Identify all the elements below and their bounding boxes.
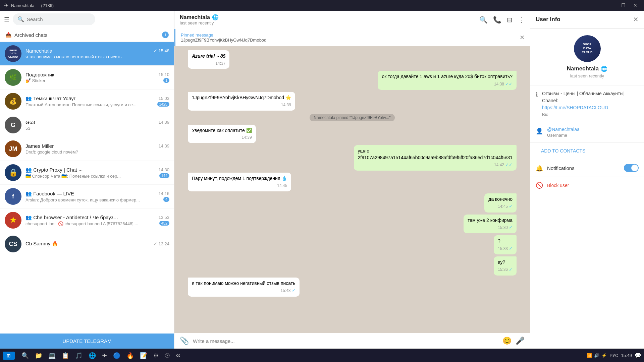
taskbar-lang: РУС [609,353,618,358]
message-6: ушло 2f9107a298497a15144af65b00c9aa9b88a… [354,145,517,171]
message-time: 14:38 [494,81,504,87]
notification-icon: 💬 [635,352,641,359]
taskbar-item-opera[interactable]: 🔥 [124,351,137,361]
chat-name-facebook: 👥 Facebook — LIVE [25,191,74,197]
call-icon[interactable]: 📞 [493,16,501,24]
taskbar-item-editor[interactable]: 📝 [137,351,150,361]
chat-item-facebook[interactable]: f👥 Facebook — LIVE14:16Arslan: Доброго в… [0,185,174,208]
taskbar-item-search[interactable]: 🔍 [19,351,32,361]
taskbar-item-task-manager[interactable]: 💻 [46,351,58,361]
chat-item-crypto[interactable]: 🔒👥 Crypto Proxy | Chat ···14:30🇺🇦 Спонсо… [0,161,174,185]
notifications-section: 🔔 Notifications [530,159,644,177]
taskbar-item-media[interactable]: 🎵 [72,351,85,361]
layout-icon[interactable]: ⊟ [507,16,513,24]
block-user-label: Block user [547,183,569,188]
chat-item-che[interactable]: ★👥 Che browser - Antidetect / Че браузер… [0,208,174,232]
taskbar-item-file-explorer[interactable]: 📁 [32,351,45,361]
emoji-icon[interactable]: 😊 [502,337,512,345]
user-info-avatar-section: SHOPDATACLOUD Namechtala 🌐 last seen rec… [530,28,644,85]
add-contacts-section: ADD TO CONTACTS [530,143,644,159]
search-icon: 🔍 [17,16,24,22]
hamburger-button[interactable]: ☰ [4,16,9,23]
notifications-toggle[interactable] [624,164,639,172]
taskbar-item-icon2[interactable]: ∞ [173,351,183,361]
taskbar-item-settings[interactable]: ⚙ [151,351,161,361]
chat-header-actions: 🔍 📞 ⊟ ⋮ [479,16,525,24]
user-info-name: Namechtala 🌐 [567,65,607,72]
taskbar-item-discord[interactable]: 🔵 [110,351,123,361]
message-5: Уведомите как оплатите ✅14:39 [188,125,256,143]
taskbar-items: 🔍📁💻📋🎵🌐✈🔵🔥📝⚙♾∞ [16,351,585,361]
chat-avatar-namechtala: SHOPDATACLOUD [5,45,21,62]
archived-label: Archived chats [14,32,47,38]
taskbar-item-clipboard[interactable]: 📋 [59,351,72,361]
pinned-text: 1JpugnZf9F9BYohvjKkBHyGwNJq7Dmobod [181,38,266,43]
chat-preview-podorozhnik: 💅 Sticker [25,78,45,83]
bio-link[interactable]: https://t.me/SHOPDATACLOUD [542,105,608,110]
update-telegram-button[interactable]: UPDATE TELEGRAM [0,334,174,349]
user-info-header: User Info ✕ [530,11,644,28]
message-time: 14:39 [281,102,291,108]
chat-item-cbsammy[interactable]: CSCb Sammy 🔥✓ 13:24 [0,232,174,256]
globe-icon: 🌐 [212,14,219,20]
chat-header-name: Namechtala 🌐 [180,14,219,20]
block-user-section[interactable]: 🚫 Block user [530,177,644,194]
messages-container: Azure trial - 8$14:37ок тогда давайте 1 … [174,46,530,333]
user-username-section: 👤 @Namechtalaa Username [530,122,644,143]
chat-badge-temki: 1425 [157,102,169,107]
voice-icon[interactable]: 🎤 [516,337,525,345]
minimize-button[interactable]: — [606,2,616,9]
titlebar-title: Namechtala — (2186) [11,3,606,8]
check-icon: ✓ [509,246,513,252]
more-options-icon[interactable]: ⋮ [518,16,525,24]
chat-avatar-g63: G [5,117,21,133]
chat-badge-che: 452 [159,221,169,226]
bell-icon: 🔔 [536,165,543,172]
message-input[interactable] [193,338,498,344]
sidebar: ☰ 🔍 📥 Archived chats 1 SHOPDATACLOUDName… [0,11,174,349]
chat-item-namechtala[interactable]: SHOPDATACLOUDNamechtala✓ 15:48я так пони… [0,42,174,66]
message-text: да конечно [488,196,513,202]
chat-item-g63[interactable]: GG6314:395$ [0,113,174,137]
user-info-close-button[interactable]: ✕ [633,15,639,23]
chat-item-temki[interactable]: 💰👥 Темки ■ Чат Услуг15:03Платный Автопос… [0,89,174,113]
chat-item-podorozhnik[interactable]: 🌿Подорожник15:10💅 Sticker1 [0,66,174,89]
message-time: 15:48 [281,288,291,294]
chat-time-namechtala: ✓ 15:48 [154,48,169,53]
app-container: ☰ 🔍 📥 Archived chats 1 SHOPDATACLOUDName… [0,11,644,349]
user-info-avatar: SHOPDATACLOUD [574,35,601,62]
maximize-button[interactable]: ❐ [619,2,628,9]
chat-avatar-podorozhnik: 🌿 [5,69,21,86]
battery-icon: ⚡ [601,353,607,358]
chat-badge-crypto: 144 [159,173,169,178]
network-icon: 📶 [587,353,592,358]
message-text: ушло 2f9107a298497a15144af65b00c9aa9b88a… [358,148,513,160]
close-button[interactable]: ✕ [631,2,640,9]
pinned-close-button[interactable]: ✕ [520,34,525,41]
taskbar-item-browser[interactable]: 🌐 [86,351,99,361]
start-button[interactable]: ⊞ [3,352,15,360]
archive-icon: 📥 [5,32,12,38]
add-contacts-button[interactable]: ADD TO CONTACTS [536,145,639,156]
message-time: 15:30 [498,225,508,231]
bio-label: Bio [542,112,639,117]
message-2: ок тогда давайте 1 aws и 1 azure куда 20… [378,71,517,90]
message-text: 1JpugnZf9F9BYohvjKkBHyGwNJq7Dmobod ⭐ [192,95,291,100]
chat-item-james[interactable]: JMJames Miller14:39Draft: google cloud п… [0,137,174,161]
chat-header: Namechtala 🌐 last seen recently 🔍 📞 ⊟ ⋮ [174,11,530,29]
username-value: @Namechtalaa [547,127,580,132]
chat-time-cbsammy: ✓ 13:24 [154,241,169,246]
search-input[interactable] [27,16,91,22]
message-3: 1JpugnZf9F9BYohvjKkBHyGwNJq7Dmobod ⭐14:3… [188,92,295,110]
chat-name-cbsammy: Cb Sammy 🔥 [25,241,58,247]
attachment-icon[interactable]: 📎 [180,337,189,345]
message-8: да конечно14:45✓ [484,193,517,213]
taskbar-item-telegram[interactable]: ✈ [99,351,110,361]
taskbar-clock: 15:49 [621,353,632,358]
taskbar-item-icon1[interactable]: ♾ [162,351,173,361]
archived-chats-section[interactable]: 📥 Archived chats 1 [0,28,174,42]
search-chat-icon[interactable]: 🔍 [479,16,488,24]
notifications-label: Notifications [547,165,575,171]
message-time: 15:36 [498,267,508,273]
search-bar[interactable]: 🔍 [13,13,95,25]
